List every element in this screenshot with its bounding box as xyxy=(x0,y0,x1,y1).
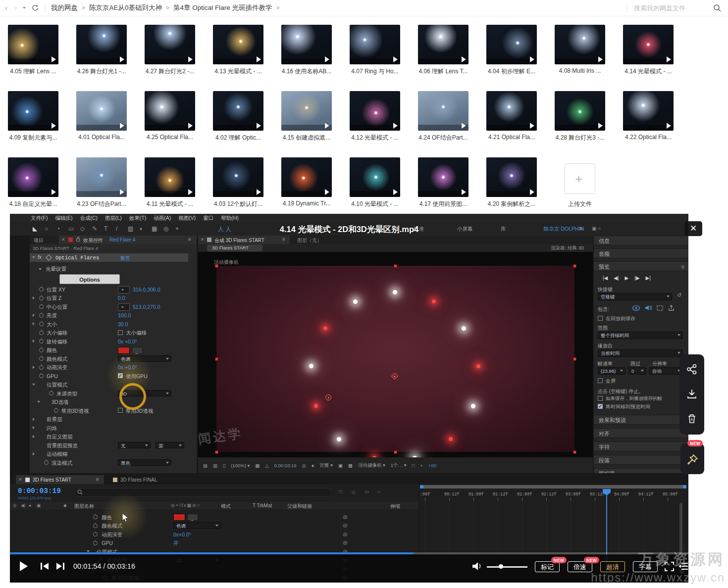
file-tile[interactable]: 4.28 舞台灯光3 -... xyxy=(555,91,605,143)
stopwatch-icon xyxy=(39,339,44,343)
dropdown: 色调 xyxy=(173,522,221,529)
dropdown: 源 xyxy=(156,442,184,448)
file-tile[interactable]: 4.08 Multi Iris ... xyxy=(555,25,605,76)
prev-button[interactable] xyxy=(41,563,50,570)
file-tile[interactable]: 4.06 理解 Lens T... xyxy=(418,25,468,76)
file-tile-label: 4.20 案例解析之... xyxy=(479,200,544,208)
quality-button[interactable]: 超清 xyxy=(600,561,625,572)
pin-button[interactable] xyxy=(686,453,699,468)
file-tile[interactable]: 4.22 Optical Fla... xyxy=(623,91,674,143)
breadcrumb-item[interactable]: 我的网盘 xyxy=(51,3,78,12)
fx-property-label: 位置模式 xyxy=(47,382,67,389)
subtitle-button[interactable]: 字幕 xyxy=(633,561,658,572)
video-thumbnail xyxy=(8,157,58,197)
history-caret-icon[interactable] xyxy=(23,7,26,9)
download-button[interactable] xyxy=(686,388,698,400)
video-thumbnail xyxy=(281,25,332,64)
share-button[interactable] xyxy=(686,363,698,375)
tab-project: 项目 xyxy=(34,237,44,244)
file-tile[interactable]: 4.07 Ring 与 Ho... xyxy=(350,25,400,76)
player-close-button[interactable]: ✕ xyxy=(684,221,702,236)
stopwatch-icon xyxy=(39,374,44,378)
caret-icon xyxy=(667,295,670,297)
file-tile[interactable]: 4.11 光晕模式 - ... xyxy=(145,157,195,209)
ruler-tick-label: 03:12f xyxy=(590,492,605,497)
file-tile[interactable]: 4.14 光晕模式 - ... xyxy=(623,25,674,76)
browser-topbar: ‹ › 我的网盘>陈京京AE从0基础到大神>第4章 Optical Flare … xyxy=(0,0,728,16)
fx-property-value: 0x +0.0° xyxy=(118,364,137,370)
file-tile[interactable]: 4.17 使用前景图... xyxy=(418,157,468,209)
ae-menubar: 文件(F)编辑(E)合成(C)图层(L)效果(T)动画(A)视图(V)窗口帮助(… xyxy=(10,214,688,222)
fx-property-label: 位置 XY xyxy=(47,287,65,294)
file-tile[interactable]: 4.10 光晕模式 - ... xyxy=(350,157,400,209)
next-button[interactable] xyxy=(56,563,65,570)
play-button[interactable] xyxy=(20,561,28,571)
file-tile[interactable]: 4.19 Dynamic Tr... xyxy=(281,157,332,209)
file-tile[interactable]: 4.24 OF结合Part... xyxy=(418,91,468,143)
tl-property-label: GPU xyxy=(102,540,113,546)
caret-icon xyxy=(620,370,623,372)
tab-timeline-label: 3D Flares START xyxy=(33,477,71,483)
file-tile[interactable]: 4.13 光晕模式 - ... xyxy=(213,25,263,76)
volume-knob[interactable] xyxy=(499,564,503,569)
file-tile[interactable]: 4.21 Optical Fla... xyxy=(486,91,537,143)
playlist-icon[interactable] xyxy=(678,562,688,571)
forward-icon[interactable]: › xyxy=(14,0,17,16)
fx-property-row: 渲染模式黑色 xyxy=(30,458,197,467)
section-0: 效果和预设 xyxy=(594,415,688,425)
file-tile[interactable]: 4.03 12个默认灯... xyxy=(213,157,263,209)
fx-property-label: 运动模糊 xyxy=(47,451,67,458)
breadcrumb-item[interactable]: 第4章 Optical Flare 光斑插件教学 xyxy=(173,3,272,12)
video-player: 文件(F)编辑(E)合成(C)图层(L)效果(T)动画(A)视图(V)窗口帮助(… xyxy=(10,214,688,583)
file-tile[interactable]: 4.16 使用名称AB... xyxy=(281,25,332,76)
comp-color-swatch xyxy=(25,478,30,482)
export-include-icon xyxy=(668,305,675,311)
file-tile-label: 4.15 创建虚拟遮... xyxy=(274,134,339,142)
tl-property-label: 动画演变 xyxy=(102,532,122,539)
video-thumbnail xyxy=(213,91,263,131)
file-tile[interactable]: 4.26 舞台灯光1 -... xyxy=(76,25,127,76)
upload-tile[interactable]: +上传文件 xyxy=(565,163,595,209)
file-tile[interactable]: 4.18 自定义光晕... xyxy=(8,157,58,209)
file-tile-label: 4.05 理解 Lens ... xyxy=(0,67,66,76)
back-icon[interactable]: ‹ xyxy=(5,0,7,16)
cache-checkbox-label: 在回放前缓存 xyxy=(606,315,635,322)
file-tile[interactable]: 4.23 OF结合Part... xyxy=(76,157,127,209)
breadcrumb-item[interactable]: 陈京京AE从0基础到大神 xyxy=(89,3,162,12)
file-tile[interactable]: 4.04 初步理解 E... xyxy=(486,25,537,76)
delete-button[interactable] xyxy=(686,413,698,425)
refresh-icon[interactable] xyxy=(32,4,39,11)
tl-property-value: 0x+0.0° xyxy=(173,532,191,538)
stopwatch-icon xyxy=(39,313,44,318)
ruler-tick-label: 01:00f xyxy=(468,492,484,497)
selection-handle xyxy=(573,357,576,361)
file-tile[interactable]: 4.01 Optical Fla... xyxy=(76,91,127,143)
volume-icon[interactable] xyxy=(471,561,482,571)
file-tile-label: 4.18 自定义光晕... xyxy=(0,200,66,208)
player-control-bar: 00:01:54 / 00:03:16标记NEW倍速NEW超清字幕 xyxy=(10,554,688,583)
file-tile[interactable]: 4.12 光晕模式 - ... xyxy=(350,91,400,143)
volume-slider[interactable] xyxy=(487,566,527,568)
plugin-cube-icon xyxy=(46,254,52,261)
fullscreen-icon[interactable] xyxy=(665,562,674,571)
file-tile[interactable]: 4.20 案例解析之... xyxy=(486,157,537,209)
tab-timeline-active: ✕3D Flares START≡ xyxy=(16,475,104,484)
search-box[interactable] xyxy=(621,3,721,12)
section-preview: 预览≡ xyxy=(594,261,688,271)
stopwatch-icon xyxy=(54,408,58,413)
shortcut-dropdown: 空格键 xyxy=(598,293,672,300)
search-icon[interactable] xyxy=(713,4,721,12)
file-tile[interactable]: 4.25 Optical Fla... xyxy=(145,91,195,143)
video-frame[interactable]: 文件(F)编辑(E)合成(C)图层(L)效果(T)动画(A)视图(V)窗口帮助(… xyxy=(10,214,688,583)
file-tile[interactable]: 4.05 理解 Lens ... xyxy=(8,25,58,76)
file-tile[interactable]: 4.09 复制元素与... xyxy=(8,91,58,143)
tl-property-row: 动画演变0x+0.0°@ xyxy=(10,530,418,539)
file-tile[interactable]: 4.02 理解 Optic... xyxy=(213,91,263,143)
effect-name: Optical Flares xyxy=(55,255,99,261)
file-tile[interactable]: 4.27 舞台灯光2 -... xyxy=(145,25,195,76)
stopwatch-icon xyxy=(93,515,98,519)
search-input[interactable] xyxy=(633,4,709,12)
tl-header-row: ◎◀)●▣◆图层名称◎+\fx▦⊘○模式T TrkMat父级和链接伸缩 xyxy=(10,501,418,510)
tab-timeline-inactive: 3D Flares FINAL xyxy=(112,475,186,484)
file-tile[interactable]: 4.15 创建虚拟遮... xyxy=(281,91,332,143)
